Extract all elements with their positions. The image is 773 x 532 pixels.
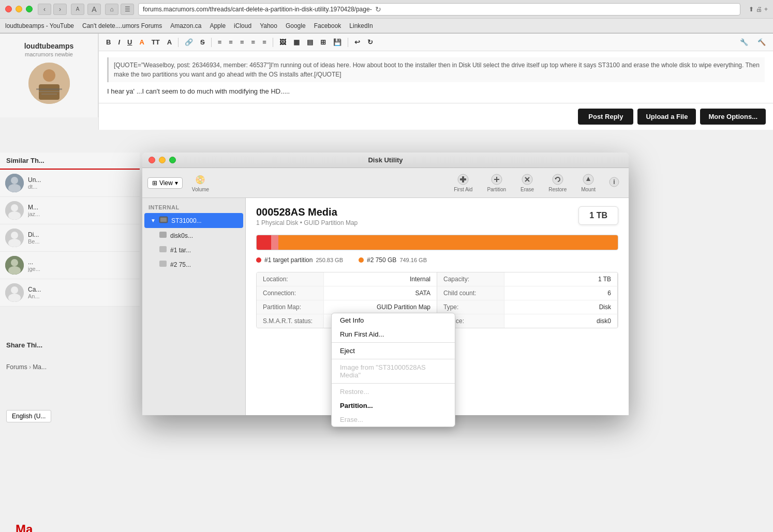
italic-button[interactable]: I [115, 37, 123, 48]
editor-actions: Post Reply Upload a File More Options... [99, 103, 773, 130]
strikethrough-button[interactable]: S [197, 37, 208, 48]
quote-block: [QUOTE="Weaselboy, post: 26346934, membe… [107, 57, 765, 82]
upload-file-button[interactable]: Upload a File [637, 109, 696, 125]
du-label-childcount: Child count: [437, 286, 504, 300]
context-menu-partition[interactable]: Partition... [332, 399, 455, 413]
du-info-button[interactable]: i [605, 175, 623, 191]
du-volume-button[interactable]: 📀 Volume [187, 171, 214, 194]
font-size-button[interactable]: A [164, 37, 175, 48]
thread-item-3[interactable]: Di... Be... [0, 224, 140, 252]
grid-button[interactable]: ▤ [304, 37, 316, 48]
du-sidebar-item-750[interactable]: #2 75... [153, 257, 243, 271]
thread-item-4[interactable]: ... jge... [0, 252, 140, 279]
print-icon[interactable]: 🖨 [756, 6, 762, 13]
plus-tab-icon[interactable]: + [764, 6, 768, 13]
url-bar[interactable]: forums.macrumors.com/threads/cant-delete… [138, 3, 740, 16]
forward-button[interactable]: › [53, 4, 67, 15]
align-left-button[interactable]: ≡ [215, 37, 225, 48]
breadcrumb-forums[interactable]: Forums [6, 363, 27, 371]
breadcrumb-section[interactable]: Ma... [33, 363, 47, 371]
undo-button[interactable]: ↩ [351, 37, 363, 48]
image-button[interactable]: 🖼 [276, 37, 289, 48]
thread-text-2: M... jaz... [28, 204, 135, 217]
du-value-device: disk0 [504, 314, 617, 328]
bookmark-yahoo[interactable]: Yahoo [260, 22, 277, 29]
thread-avatar-3 [5, 229, 24, 247]
du-minimize-button[interactable] [159, 157, 166, 163]
home-button[interactable]: ⌂ [105, 4, 118, 15]
du-close-button[interactable] [148, 157, 155, 163]
language-button[interactable]: English (U... [6, 410, 51, 422]
bookmark-icloud[interactable]: iCloud [234, 22, 251, 29]
save-button[interactable]: 💾 [330, 37, 345, 48]
du-restore-button[interactable]: Restore [543, 171, 572, 194]
user-subtitle: macrumors newbie [8, 51, 90, 57]
more-options-button[interactable]: More Options... [700, 109, 766, 125]
bookmark-facebook[interactable]: Facebook [314, 22, 341, 29]
du-firstaid-button[interactable]: First Aid [449, 171, 478, 194]
du-sidebar-item-target[interactable]: #1 tar... [153, 243, 243, 257]
font-large-button[interactable]: A [87, 4, 101, 15]
du-sidebar-target-label: #1 tar... [170, 247, 191, 254]
list-button[interactable]: ≡ [259, 37, 270, 48]
minimize-button[interactable] [16, 6, 22, 12]
lang-selector: English (U... [0, 406, 57, 427]
close-button[interactable] [5, 6, 12, 12]
tools-button[interactable]: 🔧 [737, 37, 751, 48]
thread-title-5: Ca... [28, 286, 135, 293]
font-button[interactable]: TT [148, 37, 163, 48]
context-menu-restore: Restore... [332, 385, 455, 399]
context-menu-get-info[interactable]: Get Info [332, 313, 455, 327]
browser-titlebar: ‹ › A A ⌂ ☰ forums.macrumors.com/threads… [0, 0, 773, 19]
maximize-button[interactable] [26, 6, 33, 12]
table-button[interactable]: ▦ [290, 37, 303, 48]
du-view-button[interactable]: ⊞ View ▾ [147, 177, 183, 189]
bookmark-linkedin[interactable]: LinkedIn [349, 22, 373, 29]
settings-button[interactable]: 🔨 [754, 37, 769, 48]
context-menu-run-first-aid[interactable]: Run First Aid... [332, 327, 455, 341]
align-center-button[interactable]: ≡ [226, 37, 236, 48]
user-avatar [28, 63, 70, 104]
toolbar-divider-2 [211, 38, 212, 47]
back-button[interactable]: ‹ [38, 4, 51, 15]
font-small-button[interactable]: A [71, 4, 84, 15]
context-menu-erase: Erase... [332, 413, 455, 427]
du-mount-button[interactable]: Mount [576, 171, 601, 194]
du-sidebar-item-st31000[interactable]: ▼ ST31000... [144, 213, 243, 228]
du-sidebar-item-disk0[interactable]: disk0s... [153, 229, 243, 242]
du-disk-size-badge: 1 TB [578, 206, 618, 225]
thread-item-5[interactable]: Ca... An... [0, 279, 140, 307]
color-button[interactable]: A [136, 37, 147, 48]
du-erase-button[interactable]: Erase [515, 171, 539, 194]
widget-button[interactable]: ⊞ [317, 37, 329, 48]
editor-content[interactable]: [QUOTE="Weaselboy, post: 26346934, membe… [99, 51, 773, 103]
context-menu-eject[interactable]: Eject [332, 344, 455, 358]
du-titlebar: Disk Utility [142, 153, 629, 168]
share-icon[interactable]: ⬆ [749, 6, 754, 13]
thread-subtitle-5: An... [28, 293, 135, 299]
align-right-button[interactable]: ≡ [237, 37, 247, 48]
bookmark-cantdelete[interactable]: Can't delete....umors Forums [82, 22, 162, 29]
reader-button[interactable]: ☰ [121, 4, 134, 15]
post-reply-button[interactable]: Post Reply [578, 109, 633, 125]
target-icon [159, 245, 167, 255]
bookmark-apple[interactable]: Apple [210, 22, 226, 29]
bookmark-amazon[interactable]: Amazon.ca [170, 22, 201, 29]
du-maximize-button[interactable] [169, 157, 176, 163]
svg-rect-23 [460, 178, 466, 180]
du-value-childcount: 6 [504, 286, 617, 300]
du-partition-button[interactable]: Partition [482, 171, 511, 194]
bold-button[interactable]: B [103, 37, 114, 48]
thread-item-2[interactable]: M... jaz... [0, 197, 140, 224]
redo-button[interactable]: ↻ [364, 37, 376, 48]
du-sidebar-disk0-label: disk0s... [170, 232, 193, 239]
svg-rect-3 [36, 88, 62, 90]
link-button[interactable]: 🔗 [182, 37, 196, 48]
thread-item-1[interactable]: Un... dt... [0, 170, 140, 197]
bookmark-loudtubeamps[interactable]: loudtubeamps - YouTube [5, 22, 74, 29]
du-part-dot-2 [359, 257, 364, 263]
reload-button[interactable]: ↻ [375, 5, 381, 13]
underline-button[interactable]: U [124, 37, 135, 48]
align-justify-button[interactable]: ≡ [248, 37, 259, 48]
bookmark-google[interactable]: Google [286, 22, 306, 29]
